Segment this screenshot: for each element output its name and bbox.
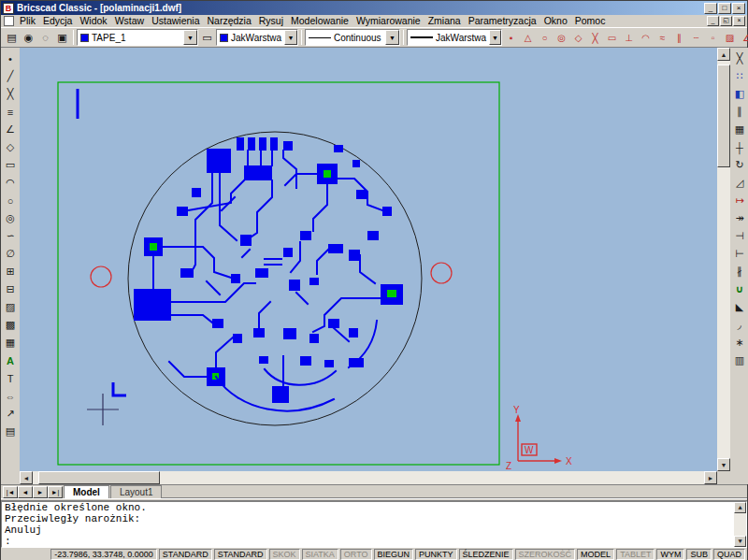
menu-pomoc[interactable]: Pomoc xyxy=(571,15,610,27)
esnap-clear-icon[interactable]: ▫ xyxy=(705,29,721,46)
tab-next-icon[interactable]: ► xyxy=(33,486,48,498)
menu-edycja[interactable]: Edycja xyxy=(39,15,77,27)
vertical-scroll-thumb[interactable] xyxy=(717,65,730,167)
chevron-down-icon[interactable]: ▼ xyxy=(489,30,501,45)
scroll-up-icon[interactable]: ▲ xyxy=(717,48,730,61)
spline-icon[interactable]: ∽ xyxy=(2,227,19,245)
status-toggle-siatka[interactable]: SIATKA xyxy=(302,549,338,560)
set-bylayer-icon[interactable]: ▭ xyxy=(199,29,215,46)
point-icon[interactable]: • xyxy=(2,50,19,67)
scale-icon[interactable]: ◿ xyxy=(731,174,748,192)
horizontal-scroll-track[interactable] xyxy=(160,471,704,484)
status-toggle-orto[interactable]: ORTO xyxy=(340,549,372,560)
text-icon[interactable]: A xyxy=(2,352,19,369)
scroll-down-icon[interactable]: ▼ xyxy=(717,458,730,471)
child-close-button[interactable]: × xyxy=(733,16,745,26)
erase-icon[interactable]: ╳ xyxy=(731,50,748,67)
child-minimize-button[interactable]: _ xyxy=(707,16,719,26)
drawing-canvas[interactable]: W Y X Z xyxy=(20,48,717,471)
boundary-icon[interactable]: ▦ xyxy=(2,334,19,352)
layer-on-off-icon[interactable]: ◉ xyxy=(21,29,36,46)
mirror-icon[interactable]: ◧ xyxy=(731,85,748,103)
status-text-style[interactable]: STANDARD xyxy=(159,549,212,560)
layer-freeze-icon[interactable]: ◌ xyxy=(37,29,53,46)
polyline-icon[interactable]: ∠ xyxy=(2,121,19,138)
status-toggle-wym[interactable]: WYM xyxy=(656,549,684,560)
rotate-icon[interactable]: ↻ xyxy=(731,156,748,174)
circle-icon[interactable]: ○ xyxy=(2,192,19,209)
arc-icon[interactable]: ◠ xyxy=(2,174,19,192)
esnap-tangent-icon[interactable]: ◠ xyxy=(638,29,654,46)
donut-icon[interactable]: ◎ xyxy=(2,209,19,227)
vertical-scroll-track[interactable] xyxy=(717,167,730,458)
break-icon[interactable]: ∦ xyxy=(731,263,748,280)
lengthen-icon[interactable]: ↠ xyxy=(731,209,748,227)
menu-wstaw[interactable]: Wstaw xyxy=(111,15,149,27)
dimension-icon[interactable]: ⇔ xyxy=(2,387,19,405)
scroll-left-icon[interactable]: ◄ xyxy=(20,471,33,484)
tab-layout1[interactable]: Layout1 xyxy=(110,485,163,498)
esnap-settings-icon[interactable]: ▨ xyxy=(722,29,738,46)
properties-icon[interactable]: ▥ xyxy=(731,352,748,369)
extend-icon[interactable]: ⊢ xyxy=(731,245,748,263)
status-toggle-punkty[interactable]: PUNKTY xyxy=(415,549,457,560)
close-button[interactable]: × xyxy=(732,3,745,14)
hatch-icon[interactable]: ▨ xyxy=(2,298,19,316)
esnap-parallel-icon[interactable]: ∥ xyxy=(671,29,687,46)
menu-narzedzia[interactable]: Narzędzia xyxy=(203,15,254,27)
copy-icon[interactable]: ∷ xyxy=(731,67,748,85)
esnap-center-icon[interactable]: ○ xyxy=(537,29,553,46)
explode-icon[interactable]: ∗ xyxy=(731,334,748,352)
rectangle-icon[interactable]: ▭ xyxy=(2,156,19,174)
esnap-perpendicular-icon[interactable]: ⊥ xyxy=(621,29,637,46)
status-toggle-sub[interactable]: SUB xyxy=(686,549,712,560)
fillet-icon[interactable]: ◞ xyxy=(731,316,748,334)
status-toggle-szerokosc[interactable]: SZEROKOŚĆ xyxy=(515,549,576,560)
child-restore-button[interactable]: ◱ xyxy=(720,16,732,26)
menu-parametryzacja[interactable]: Parametryzacja xyxy=(465,15,540,27)
esnap-extension-icon[interactable]: ┄ xyxy=(688,29,704,46)
command-input[interactable]: : xyxy=(2,536,746,548)
esnap-endpoint-icon[interactable]: ▪ xyxy=(503,29,519,46)
command-scrollbar[interactable]: ▲ ▼ xyxy=(734,502,746,547)
menu-plik[interactable]: Plik xyxy=(16,15,39,27)
lineweight-combo[interactable]: JakWarstwa ▼ xyxy=(407,29,502,46)
move-icon[interactable]: ┼ xyxy=(731,138,748,156)
color-combo[interactable]: JakWarstwa ▼ xyxy=(216,29,298,46)
tab-previous-icon[interactable]: ◄ xyxy=(18,486,33,498)
region-icon[interactable]: ▩ xyxy=(2,316,19,334)
minimize-button[interactable]: _ xyxy=(704,3,717,14)
tab-first-icon[interactable]: |◄ xyxy=(3,486,18,498)
chevron-down-icon[interactable]: ▼ xyxy=(183,30,197,45)
esnap-node-icon[interactable]: ◎ xyxy=(554,29,569,46)
command-history[interactable]: Błędnie określone okno. Przeciwległy nar… xyxy=(1,501,747,548)
maximize-button[interactable]: □ xyxy=(718,3,731,14)
status-toggle-model[interactable]: MODEL xyxy=(577,549,614,560)
esnap-insertion-icon[interactable]: ▭ xyxy=(604,29,620,46)
chamfer-icon[interactable]: ◣ xyxy=(731,298,748,316)
menu-zmiana[interactable]: Zmiana xyxy=(424,15,465,27)
scroll-up-icon[interactable]: ▲ xyxy=(734,502,746,513)
layers-dialog-icon[interactable]: ▤ xyxy=(4,29,20,46)
leader-icon[interactable]: ↗ xyxy=(2,405,19,423)
offset-icon[interactable]: ∥ xyxy=(731,103,748,121)
esnap-quadrant-icon[interactable]: ◇ xyxy=(570,29,586,46)
menu-ustawienia[interactable]: Ustawienia xyxy=(148,15,203,27)
construction-line-icon[interactable]: ╳ xyxy=(2,85,19,103)
chevron-down-icon[interactable]: ▼ xyxy=(284,30,297,45)
status-toggle-quad[interactable]: QUAD xyxy=(713,549,745,560)
line-icon[interactable]: ╱ xyxy=(2,67,19,85)
horizontal-scroll-thumb[interactable] xyxy=(38,471,160,484)
status-toggle-tablet[interactable]: TABLET xyxy=(616,549,654,560)
polar-tracking-icon[interactable]: ∠ xyxy=(739,29,748,46)
esnap-intersection-icon[interactable]: ╳ xyxy=(587,29,603,46)
menu-wymiarowanie[interactable]: Wymiarowanie xyxy=(352,15,424,27)
menu-okno[interactable]: Okno xyxy=(540,15,571,27)
trim-icon[interactable]: ⊣ xyxy=(731,227,748,245)
app-icon[interactable]: B xyxy=(3,3,14,14)
vertical-scrollbar[interactable]: ▲ ▼ xyxy=(717,48,730,471)
scroll-right-icon[interactable]: ► xyxy=(704,471,717,484)
layer-combo[interactable]: TAPE_1 ▼ xyxy=(77,29,198,46)
scroll-down-icon[interactable]: ▼ xyxy=(734,536,746,547)
status-toggle-biegun[interactable]: BIEGUN xyxy=(374,549,414,560)
